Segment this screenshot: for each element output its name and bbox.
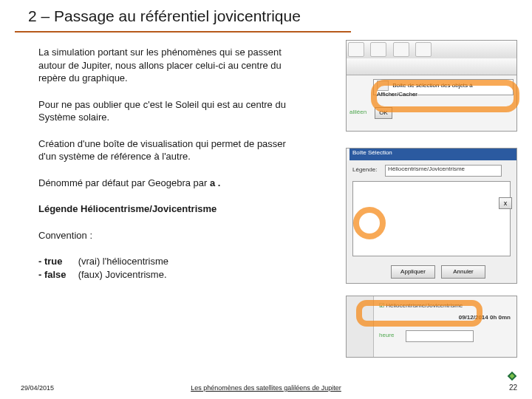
result-checkbox: Héliocentrisme/Jovicentrisme [379, 302, 463, 309]
cancel-button: Annuler [441, 265, 485, 279]
checkbox-icon [377, 81, 389, 91]
remove-button: x [499, 197, 512, 209]
paragraph-1: La simulation portant sur les phénomènes… [38, 46, 304, 85]
result-hour-label: heure [379, 332, 394, 338]
screenshot-checkbox: Héliocentrisme/Jovicentrisme 09/12/2014 … [346, 296, 517, 358]
toolbar-menu-item: Boite de sélection des objets à Afficher… [373, 79, 514, 95]
logo-icon [507, 371, 517, 381]
toolbar-icon [415, 42, 432, 57]
selection-area [352, 181, 511, 256]
paragraph-5: Légende Héliocentrisme/Jovicentrisme [38, 202, 304, 216]
paragraph-7: - true (vrai) l'héliocentrisme - false (… [38, 255, 304, 281]
content-block: La simulation portant sur les phénomènes… [38, 46, 304, 295]
p4-variable: a . [210, 177, 220, 188]
ok-button: OK [375, 107, 392, 119]
toolbar-icon [348, 42, 364, 57]
toolbar-menu-label: Boite de sélection des objets à Afficher… [377, 82, 473, 98]
legend-label: Légende: [352, 166, 377, 173]
p7-false-key: - false [38, 268, 75, 282]
sidebar-strip [347, 296, 374, 357]
footer-pageno: 22 [509, 383, 517, 392]
result-date: 09/12/2014 0h 0mn [459, 314, 511, 321]
tag-text: aliléen [349, 109, 366, 115]
p7-false-val: (faux) Jovicentrisme. [78, 269, 167, 280]
title-underline [15, 31, 351, 33]
toolbar-icon [370, 42, 386, 57]
paragraph-4: Dénommé par défaut par Geogebra par a . [38, 177, 304, 190]
hour-field [406, 330, 474, 342]
p4-prefix: Dénommé par défaut par Geogebra par [38, 177, 210, 188]
legend-field: Héliocentrisme/Jovicentrisme [385, 165, 502, 177]
slide-title: 2 – Passage au référentiel jovicentrique [28, 7, 301, 25]
paragraph-6: Convention : [38, 229, 304, 242]
screenshot-dialog: Boîte Sélection Légende: Héliocentrisme/… [346, 148, 517, 284]
paragraph-2: Pour ne pas oublier que c'est le Soleil … [38, 98, 304, 124]
p7-true-val: (vrai) l'héliocentrisme [78, 256, 168, 267]
footer-caption: Les phénomènes des satellites galiléens … [0, 384, 532, 392]
apply-button: Appliquer [391, 265, 435, 279]
paragraph-3: Création d'une boîte de visualisation qu… [38, 137, 304, 163]
p7-true-key: - true [38, 255, 75, 268]
toolbar-icon [393, 42, 409, 57]
screenshot-toolbar: Boite de sélection des objets à Afficher… [346, 40, 517, 132]
